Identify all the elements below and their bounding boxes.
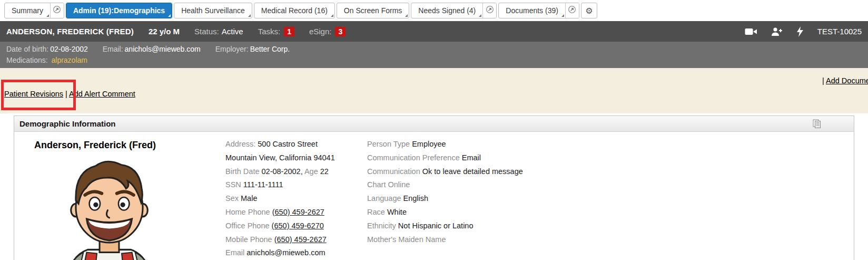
status-label: Status: (194, 27, 219, 36)
medications-value[interactable]: alprazolam (51, 56, 87, 64)
field-label: Communication Preference (367, 153, 460, 162)
field-row-communication-preference: Communication Preference Email (367, 151, 854, 165)
field-row-language: Language English (367, 192, 854, 206)
patient-header-actions: TEST-10025 (745, 26, 862, 37)
tab-label: Needs Signed (4) (418, 6, 476, 15)
settings-button[interactable]: ⚙ (581, 3, 597, 18)
add-document-link[interactable]: Add Document (826, 76, 868, 85)
popout-documents-button[interactable] (565, 3, 579, 18)
panel-header: Demographic Information (14, 116, 854, 132)
field-label: SSN (225, 180, 241, 189)
chart-tab-bar: Summary Admin (19):Demographics Health S… (0, 0, 868, 21)
popout-icon (53, 5, 61, 16)
tab-group-documents: Documents (39) (498, 3, 579, 18)
add-person-icon[interactable] (771, 27, 783, 36)
tab-label: Summary (12, 6, 43, 15)
email-value: anichols@mieweb.com (125, 45, 201, 53)
tab-documents[interactable]: Documents (39) (499, 3, 565, 18)
esign-label: eSign: (309, 27, 332, 36)
tab-label: Admin (19):Demographics (73, 6, 165, 15)
tab-label: Documents (39) (506, 6, 558, 15)
info-line-1: Date of birth:02-08-2002 Email:anichols@… (6, 44, 862, 55)
field-label: Person Type (367, 140, 410, 148)
field-row-address: Address: 500 Castro Street (225, 138, 353, 151)
tab-on-screen-forms[interactable]: On Screen Forms (337, 3, 409, 18)
field-row-communication: Communication Ok to leave detailed messa… (367, 165, 854, 179)
employer-group: Employer:Better Corp. (215, 45, 290, 53)
tab-group-medical-record: Medical Record (16) (254, 3, 335, 18)
medications-label: Medications: (6, 56, 48, 64)
lightning-bolt-icon[interactable] (796, 26, 804, 37)
patient-id: TEST-10025 (817, 27, 862, 36)
field-row-person-type: Person Type Employee (367, 138, 854, 151)
field-label: Office Phone (225, 222, 270, 230)
field-row-ssn: SSN 111-11-1111 (225, 178, 353, 192)
field-label: Address: (225, 140, 255, 148)
dob-label: Date of birth: (6, 45, 48, 53)
patient-identity-column: Anderson, Frederick (Fred) (14, 132, 211, 260)
panel-title: Demographic Information (19, 119, 116, 128)
field-row-address-2: Mountain View, California 94041 (225, 151, 353, 165)
field-row-home-phone: Home Phone (650) 459-2627 (225, 206, 353, 219)
field-value: 111-11-1111 (243, 180, 283, 189)
field-value: White (387, 208, 407, 216)
field-label: Language (367, 194, 401, 203)
field-label: Communication (367, 167, 420, 176)
panel-body: Anderson, Frederick (Fred) (14, 132, 854, 260)
field-value: 22 (320, 167, 329, 176)
tab-summary[interactable]: Summary (5, 3, 50, 18)
separator: | (822, 76, 824, 85)
popout-needs-signed-button[interactable] (482, 3, 496, 18)
field-row-chart-online: Chart Online (367, 178, 854, 192)
patient-revisions-link[interactable]: Patient Revisions (4, 90, 63, 98)
tab-admin-demographics[interactable]: Admin (19):Demographics (66, 3, 172, 18)
field-label: Mother's Maiden Name (367, 235, 446, 244)
patient-name: ANDERSON, FREDERICK (FRED) (6, 27, 134, 36)
employer-label: Employer: (215, 45, 249, 53)
field-value: 500 Castro Street (258, 140, 318, 148)
tab-medical-record[interactable]: Medical Record (16) (254, 3, 334, 18)
field-row-email: Email anichols@mieweb.com (225, 246, 353, 260)
email-group: Email:anichols@mieweb.com (103, 45, 201, 53)
esign-badge[interactable]: 3 (335, 27, 346, 36)
mobile-phone-link[interactable]: (650) 459-2627 (274, 235, 327, 244)
patient-display-name: Anderson, Frederick (Fred) (34, 140, 211, 151)
tab-label: Health Surveillance (181, 6, 245, 15)
field-value: Not Hispanic or Latino (398, 222, 474, 230)
field-row-office-phone: Office Phone (650) 459-6270 (225, 219, 353, 233)
tab-group-summary: Summary (4, 3, 64, 18)
popout-summary-button[interactable] (50, 3, 64, 18)
field-label: Email (225, 248, 244, 257)
field-row-mothers-maiden-name: Mother's Maiden Name (367, 233, 854, 247)
contact-info-column: Address: 500 Castro Street Mountain View… (211, 132, 353, 260)
field-label: Birth Date (225, 167, 259, 176)
tab-needs-signed[interactable]: Needs Signed (4) (411, 3, 482, 18)
demographics-panel: Demographic Information Anderson, Freder… (14, 115, 854, 260)
office-phone-link[interactable]: (650) 459-6270 (272, 222, 324, 230)
add-alert-comment-link[interactable]: Add Alert Comment (69, 90, 135, 98)
field-label: Mobile Phone (225, 235, 272, 244)
field-label: Race (367, 208, 385, 216)
add-document-group: | Add Document (822, 76, 868, 85)
field-label: Home Phone (225, 208, 270, 216)
field-value: Mountain View, California 94041 (225, 153, 335, 162)
field-label: Ethnicity (367, 222, 396, 230)
field-value: English (403, 194, 429, 203)
popout-icon (568, 5, 576, 16)
video-visit-icon[interactable] (745, 27, 757, 36)
field-value: Employee (412, 140, 446, 148)
popout-icon (486, 5, 494, 16)
tasks-badge[interactable]: 1 (284, 27, 294, 36)
status-value: Active (222, 27, 243, 36)
field-row-ethnicity: Ethnicity Not Hispanic or Latino (367, 219, 854, 233)
tab-label: On Screen Forms (344, 6, 402, 15)
home-phone-link[interactable]: (650) 459-2627 (272, 208, 324, 216)
dob-group: Date of birth:02-08-2002 (6, 45, 88, 53)
tab-health-surveillance[interactable]: Health Surveillance (174, 3, 252, 18)
field-value: anichols@mieweb.com (246, 248, 325, 257)
separator: | (65, 90, 67, 98)
tab-group-needs-signed: Needs Signed (4) (411, 3, 497, 18)
field-value: Ok to leave detailed message (422, 167, 523, 176)
attributes-column: Person Type Employee Communication Prefe… (353, 132, 854, 260)
report-document-icon[interactable] (813, 119, 821, 130)
